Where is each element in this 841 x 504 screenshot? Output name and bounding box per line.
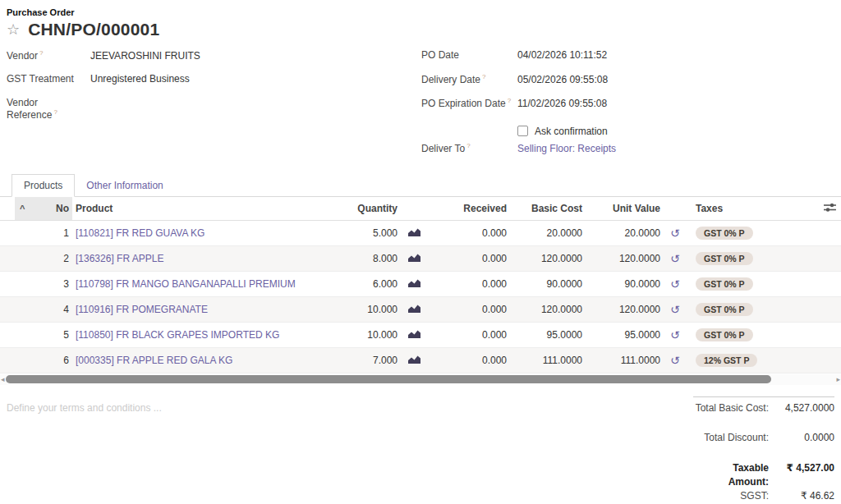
ask-confirmation-checkbox[interactable] <box>517 126 528 136</box>
column-header-product[interactable]: Product <box>72 197 319 221</box>
optional-columns-icon[interactable] <box>824 202 836 213</box>
totals-panel: Total Basic Cost: 4,527.0000 Total Disco… <box>693 396 834 504</box>
tax-badge[interactable]: GST 0% P <box>696 303 753 316</box>
po-date-label: PO Date <box>421 49 517 61</box>
taxes-cell: 12% GST P <box>685 348 808 373</box>
received-cell[interactable]: 0.000 <box>424 297 510 323</box>
forecast-chart-icon[interactable] <box>408 329 420 339</box>
delivery-date-value[interactable]: 05/02/2026 09:55:08 <box>517 74 608 85</box>
column-header-no[interactable]: ^No <box>15 197 72 221</box>
product-link[interactable]: [110850] FR BLACK GRAPES IMPORTED KG <box>72 323 319 348</box>
quantity-cell[interactable]: 10.000 <box>319 323 401 348</box>
undo-icon[interactable]: ↺ <box>664 297 685 323</box>
unit-value-cell[interactable]: 111.0000 <box>586 348 664 373</box>
order-line-row[interactable]: 1 [110821] FR RED GUAVA KG 5.000 0.000 2… <box>0 221 841 246</box>
unit-value-cell[interactable]: 90.0000 <box>586 272 664 297</box>
product-link[interactable]: [136326] FR APPLE <box>72 246 319 272</box>
row-end-spacer <box>808 297 841 323</box>
quantity-cell[interactable]: 8.000 <box>319 246 401 272</box>
product-link[interactable]: [110821] FR RED GUAVA KG <box>72 221 319 246</box>
received-cell[interactable]: 0.000 <box>424 348 510 373</box>
field-deliver-to: Deliver To? Selling Floor: Receipts <box>421 142 834 166</box>
quantity-cell[interactable]: 7.000 <box>319 348 401 373</box>
tax-badge[interactable]: GST 0% P <box>696 227 753 240</box>
scroll-right-icon[interactable]: ▸ <box>836 374 840 385</box>
received-cell[interactable]: 0.000 <box>424 246 510 272</box>
sgst-row: SGST: ₹ 46.62 <box>693 489 834 503</box>
product-link[interactable]: [110798] FR MANGO BANGANAPALLI PREMIUM <box>72 272 319 297</box>
total-discount-label: Total Discount: <box>693 432 769 443</box>
tab-other-information[interactable]: Other Information <box>75 175 174 196</box>
undo-icon[interactable]: ↺ <box>664 323 685 348</box>
subtotals-group: Total Basic Cost: 4,527.0000 Total Disco… <box>693 396 834 448</box>
product-link[interactable]: [110916] FR POMEGRANATE <box>72 297 319 323</box>
order-line-row[interactable]: 3 [110798] FR MANGO BANGANAPALLI PREMIUM… <box>0 272 841 297</box>
basic-cost-cell[interactable]: 111.0000 <box>510 348 586 373</box>
tax-totals-group: Taxable Amount: ₹ 4,527.00 SGST: ₹ 46.62… <box>693 461 834 504</box>
basic-cost-cell[interactable]: 95.0000 <box>510 323 586 348</box>
field-delivery-date: Delivery Date? 05/02/2026 09:55:08 <box>421 73 834 97</box>
forecast-chart-icon[interactable] <box>408 227 420 237</box>
row-end-spacer <box>808 246 841 272</box>
table-header-row: ^No Product Quantity Received Basic Cost… <box>0 197 841 221</box>
received-cell[interactable]: 0.000 <box>424 272 510 297</box>
received-cell[interactable]: 0.000 <box>424 221 510 246</box>
unit-value-cell[interactable]: 120.0000 <box>586 297 664 323</box>
tab-products[interactable]: Products <box>11 174 75 197</box>
basic-cost-cell[interactable]: 20.0000 <box>510 221 586 246</box>
deliver-to-value[interactable]: Selling Floor: Receipts <box>517 143 616 154</box>
row-drag-handle <box>0 297 15 323</box>
po-date-value[interactable]: 04/02/2026 10:11:52 <box>517 49 607 61</box>
quantity-cell[interactable]: 5.000 <box>319 221 401 246</box>
undo-icon[interactable]: ↺ <box>664 272 685 297</box>
order-line-row[interactable]: 2 [136326] FR APPLE 8.000 0.000 120.0000… <box>0 246 841 272</box>
column-header-quantity[interactable]: Quantity <box>319 197 401 221</box>
tax-badge[interactable]: GST 0% P <box>696 252 753 265</box>
field-vendor: Vendor? JEEVAROSHINI FRUITS <box>7 49 421 73</box>
scroll-left-icon[interactable]: ◂ <box>1 374 5 385</box>
tax-badge[interactable]: GST 0% P <box>696 328 753 341</box>
taxable-amount-row: Taxable Amount: ₹ 4,527.00 <box>693 461 834 489</box>
forecast-chart-icon[interactable] <box>408 253 420 263</box>
sort-asc-icon[interactable]: ^ <box>18 204 25 213</box>
basic-cost-cell[interactable]: 120.0000 <box>510 246 586 272</box>
order-line-row[interactable]: 4 [110916] FR POMEGRANATE 10.000 0.000 1… <box>0 297 841 323</box>
column-header-unit-value[interactable]: Unit Value <box>586 197 664 221</box>
unit-value-cell[interactable]: 20.0000 <box>586 221 664 246</box>
horizontal-scrollbar: ◂ ▸ <box>0 374 841 385</box>
order-line-row[interactable]: 5 [110850] FR BLACK GRAPES IMPORTED KG 1… <box>0 323 841 348</box>
po-expiration-date-label: PO Expiration Date? <box>421 97 517 109</box>
basic-cost-cell[interactable]: 120.0000 <box>510 297 586 323</box>
order-lines-table: ^No Product Quantity Received Basic Cost… <box>0 197 841 373</box>
basic-cost-cell[interactable]: 90.0000 <box>510 272 586 297</box>
favorite-star-icon[interactable]: ☆ <box>7 22 20 37</box>
undo-icon[interactable]: ↺ <box>664 348 685 373</box>
forecast-chart-icon[interactable] <box>408 355 420 364</box>
tax-badge[interactable]: 12% GST P <box>696 354 757 367</box>
forecast-cell <box>401 323 424 348</box>
forecast-chart-icon[interactable] <box>408 304 420 314</box>
gst-treatment-value[interactable]: Unregistered Business <box>90 73 190 85</box>
column-header-basic-cost[interactable]: Basic Cost <box>510 197 586 221</box>
column-header-received[interactable]: Received <box>424 197 510 221</box>
terms-notes-input[interactable]: Define your terms and conditions ... <box>7 396 693 504</box>
unit-value-cell[interactable]: 95.0000 <box>586 323 664 348</box>
fields-right-column: PO Date 04/02/2026 10:11:52 Delivery Dat… <box>421 49 834 166</box>
quantity-cell[interactable]: 6.000 <box>319 272 401 297</box>
unit-value-cell[interactable]: 120.0000 <box>586 246 664 272</box>
received-cell[interactable]: 0.000 <box>424 323 510 348</box>
order-line-row[interactable]: 6 [000335] FR APPLE RED GALA KG 7.000 0.… <box>0 348 841 373</box>
undo-icon[interactable]: ↺ <box>664 246 685 272</box>
tax-badge[interactable]: GST 0% P <box>696 277 753 291</box>
vendor-value[interactable]: JEEVAROSHINI FRUITS <box>90 50 200 62</box>
forecast-chart-icon[interactable] <box>408 278 420 288</box>
line-number: 5 <box>15 323 72 348</box>
po-expiration-date-value[interactable]: 11/02/2026 09:55:08 <box>517 98 607 109</box>
product-link[interactable]: [000335] FR APPLE RED GALA KG <box>72 348 319 373</box>
breadcrumb[interactable]: Purchase Order <box>0 0 841 17</box>
column-header-taxes[interactable]: Taxes <box>685 197 808 221</box>
scrollbar-thumb[interactable] <box>6 375 771 383</box>
quantity-cell[interactable]: 10.000 <box>319 297 401 323</box>
total-discount-value: 0.0000 <box>769 432 834 443</box>
undo-icon[interactable]: ↺ <box>664 221 685 246</box>
